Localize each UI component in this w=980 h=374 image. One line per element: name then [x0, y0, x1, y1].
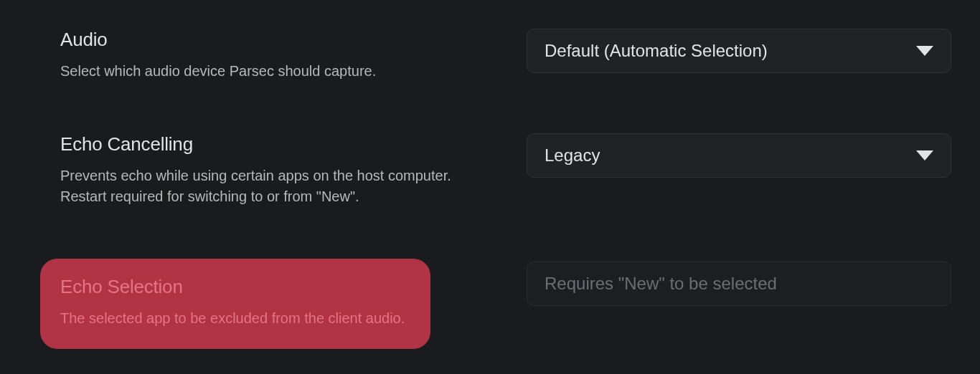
audio-title: Audio: [60, 29, 473, 51]
echo-selection-title: Echo Selection: [60, 276, 410, 298]
echo-selection-label-block: Echo Selection The selected app to be ex…: [40, 259, 430, 349]
echo-selection-setting-row: Echo Selection The selected app to be ex…: [0, 259, 980, 349]
audio-description: Select which audio device Parsec should …: [60, 61, 473, 82]
echo-cancelling-value: Legacy: [545, 145, 916, 166]
echo-cancelling-label-block: Echo Cancelling Prevents echo while usin…: [29, 133, 502, 207]
echo-cancelling-dropdown[interactable]: Legacy: [527, 133, 951, 178]
audio-device-value: Default (Automatic Selection): [545, 41, 916, 61]
echo-selection-input[interactable]: Requires "New" to be selected: [527, 262, 951, 306]
chevron-down-icon: [916, 46, 933, 56]
host-audio-settings-panel: Audio Select which audio device Parsec s…: [0, 0, 980, 374]
echo-selection-control: Requires "New" to be selected: [527, 259, 951, 306]
echo-selection-description: The selected app to be excluded from the…: [60, 308, 410, 329]
echo-cancelling-title: Echo Cancelling: [60, 133, 473, 155]
audio-device-dropdown[interactable]: Default (Automatic Selection): [527, 29, 951, 73]
audio-label-block: Audio Select which audio device Parsec s…: [29, 29, 502, 82]
audio-control: Default (Automatic Selection): [527, 29, 951, 73]
echo-selection-placeholder: Requires "New" to be selected: [545, 274, 777, 294]
echo-cancelling-control: Legacy: [527, 133, 951, 178]
audio-setting-row: Audio Select which audio device Parsec s…: [0, 29, 980, 82]
echo-cancelling-setting-row: Echo Cancelling Prevents echo while usin…: [0, 133, 980, 207]
echo-cancelling-description: Prevents echo while using certain apps o…: [60, 166, 473, 207]
chevron-down-icon: [916, 150, 933, 160]
